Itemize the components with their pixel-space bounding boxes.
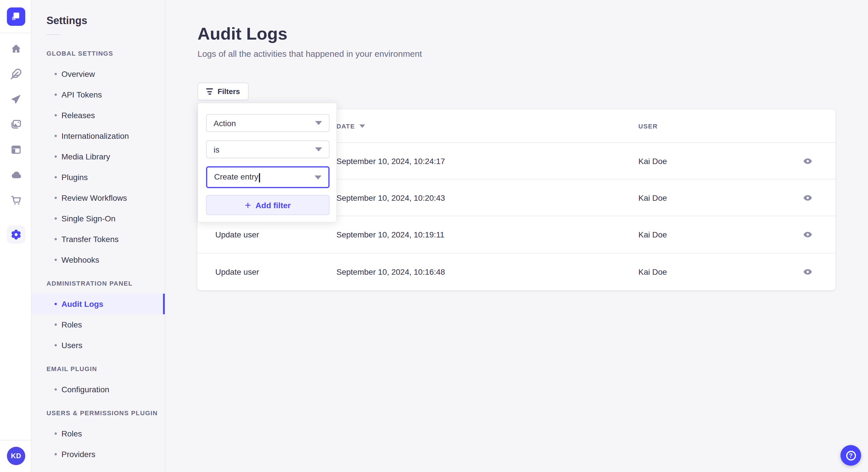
subnav-section: USERS & PERMISSIONS PLUGIN Roles Provide…	[32, 403, 165, 465]
rail-divider	[0, 440, 32, 440]
view-entry-button[interactable]	[795, 191, 820, 205]
subnav-item-roles[interactable]: Roles	[32, 423, 165, 444]
cloud-icon[interactable]	[9, 168, 23, 182]
subnav-section-label: GLOBAL SETTINGS	[32, 43, 165, 64]
subnav-item-configuration[interactable]: Configuration	[32, 379, 165, 400]
send-icon[interactable]	[9, 92, 23, 106]
chevron-down-icon	[315, 147, 322, 151]
home-icon[interactable]	[9, 42, 23, 56]
date-cell: September 10, 2024, 10:16:48	[336, 267, 639, 276]
bullet-icon	[55, 303, 57, 305]
subnav-item-releases[interactable]: Releases	[32, 105, 165, 126]
user-cell: Kai Doe	[639, 267, 795, 276]
bullet-icon	[55, 259, 57, 261]
filter-value-text: Create entry	[214, 172, 258, 181]
bullet-icon	[55, 176, 57, 178]
filter-field-select[interactable]: Action	[206, 114, 330, 132]
page-subtitle: Logs of all the activities that happened…	[197, 48, 422, 60]
subnav-divider	[46, 34, 60, 35]
subnav-item-label: Users	[61, 341, 82, 349]
subnav-item-plugins[interactable]: Plugins	[32, 167, 165, 188]
subnav-item-api-tokens[interactable]: API Tokens	[32, 84, 165, 105]
date-cell: September 10, 2024, 10:20:43	[336, 193, 639, 202]
subnav-item-label: Audit Logs	[61, 300, 103, 308]
bullet-icon	[55, 135, 57, 137]
subnav-item-media-library[interactable]: Media Library	[32, 146, 165, 167]
add-filter-button[interactable]: + Add filter	[206, 195, 330, 215]
cart-icon[interactable]	[9, 193, 23, 207]
main-nav-rail: KD	[0, 0, 32, 472]
subnav-item-label: Media Library	[61, 153, 110, 161]
subnav-item-label: Webhooks	[61, 256, 99, 264]
bullet-icon	[55, 94, 57, 96]
help-button[interactable]: ?	[840, 445, 861, 466]
bullet-icon	[55, 344, 57, 346]
subnav-section-label: ADMINISTRATION PANEL	[32, 273, 165, 294]
bullet-icon	[55, 324, 57, 326]
subnav-item-label: API Tokens	[61, 91, 102, 99]
filters-button[interactable]: Filters	[197, 82, 249, 100]
subnav-section: ADMINISTRATION PANEL Audit Logs Roles Us…	[32, 273, 165, 356]
view-entry-button[interactable]	[795, 154, 820, 168]
subnav-section-label: EMAIL PLUGIN	[32, 359, 165, 379]
subnav-item-label: Roles	[61, 430, 82, 438]
view-entry-button[interactable]	[795, 265, 820, 278]
filter-icon	[206, 88, 213, 95]
user-cell: Kai Doe	[639, 156, 795, 165]
chevron-down-icon	[315, 121, 322, 125]
main-content: Audit Logs Logs of all the activities th…	[165, 0, 868, 472]
media-library-icon[interactable]	[9, 117, 23, 131]
add-filter-label: Add filter	[255, 200, 291, 210]
subnav-section: GLOBAL SETTINGS Overview API Tokens Rele…	[32, 43, 165, 270]
layout-icon[interactable]	[9, 143, 23, 157]
sort-desc-icon	[360, 124, 365, 128]
action-cell: Update user	[215, 267, 336, 276]
feather-icon[interactable]	[9, 67, 23, 81]
table-row[interactable]: Update user September 10, 2024, 10:16:48…	[197, 253, 835, 290]
subnav-item-label: Review Workflows	[61, 194, 127, 202]
subnav-item-users[interactable]: Users	[32, 335, 165, 356]
help-icon: ?	[846, 450, 856, 460]
subnav-item-label: Overview	[61, 70, 95, 78]
filter-operator-select[interactable]: is	[206, 140, 330, 158]
strapi-logo-glyph	[10, 10, 22, 23]
column-header-date[interactable]: DATE	[336, 123, 639, 129]
subnav-sections: GLOBAL SETTINGS Overview API Tokens Rele…	[32, 43, 165, 465]
app-window: KD Settings GLOBAL SETTINGS Overview API…	[0, 0, 868, 472]
eye-icon	[803, 267, 812, 276]
subnav-item-overview[interactable]: Overview	[32, 64, 165, 84]
eye-icon	[803, 193, 812, 202]
filter-operator-value: is	[214, 145, 219, 154]
subnav-section: EMAIL PLUGIN Configuration	[32, 359, 165, 400]
subnav-item-transfer-tokens[interactable]: Transfer Tokens	[32, 229, 165, 249]
bullet-icon	[55, 453, 57, 456]
user-cell: Kai Doe	[639, 230, 795, 239]
subnav-item-label: Configuration	[61, 385, 110, 394]
subnav-item-audit-logs[interactable]: Audit Logs	[32, 294, 165, 314]
bullet-icon	[55, 73, 57, 75]
subnav-item-internationalization[interactable]: Internationalization	[32, 126, 165, 146]
bullet-icon	[55, 432, 57, 435]
bullet-icon	[55, 238, 57, 240]
subnav-item-providers[interactable]: Providers	[32, 444, 165, 465]
subnav-item-roles[interactable]: Roles	[32, 314, 165, 335]
bullet-icon	[55, 388, 57, 391]
user-cell: Kai Doe	[639, 193, 795, 202]
subnav-item-review-workflows[interactable]: Review Workflows	[32, 188, 165, 208]
subnav-item-label: Single Sign-On	[61, 214, 115, 223]
gear-icon[interactable]	[7, 225, 25, 244]
user-avatar[interactable]: KD	[7, 447, 25, 465]
eye-icon	[803, 156, 812, 165]
subnav-item-single-sign-on[interactable]: Single Sign-On	[32, 208, 165, 229]
subnav-section-label: USERS & PERMISSIONS PLUGIN	[32, 403, 165, 423]
view-entry-button[interactable]	[795, 228, 820, 241]
chevron-down-icon	[315, 175, 321, 179]
subnav-item-label: Internationalization	[61, 132, 129, 140]
subnav-item-webhooks[interactable]: Webhooks	[32, 249, 165, 270]
bullet-icon	[55, 197, 57, 199]
column-header-user[interactable]: USER	[639, 123, 795, 129]
strapi-logo[interactable]	[7, 7, 25, 26]
subnav-title: Settings	[32, 0, 165, 28]
subnav-item-label: Releases	[61, 111, 95, 119]
filter-value-combobox[interactable]: Create entry	[206, 166, 330, 188]
